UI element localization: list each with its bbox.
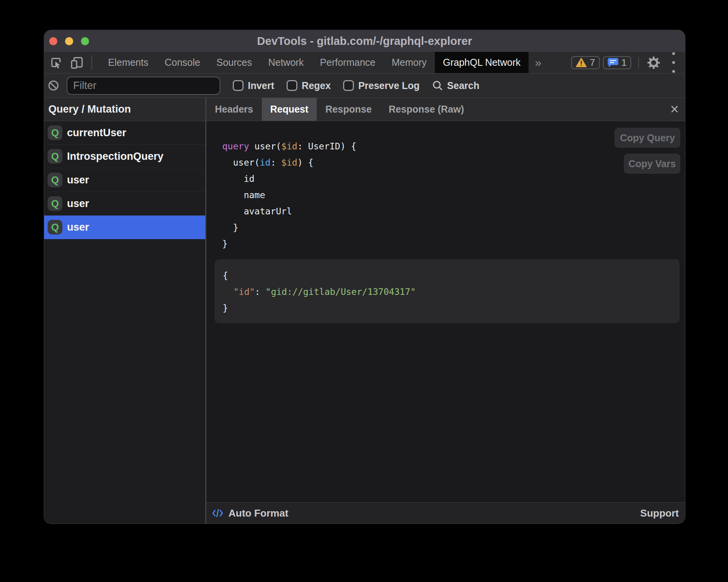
- code-line: }: [222, 236, 356, 252]
- query-name: user: [67, 174, 89, 186]
- checkbox-regex[interactable]: Regex: [287, 80, 331, 91]
- warning-icon: [576, 58, 587, 67]
- query-list-item-user[interactable]: Quser: [44, 216, 205, 239]
- query-list-panel: Query / Mutation QcurrentUserQIntrospect…: [44, 98, 206, 524]
- tab-graphql-network[interactable]: GraphQL Network: [435, 52, 529, 73]
- warnings-badge[interactable]: 7: [571, 56, 599, 69]
- checkbox-preserve-log[interactable]: Preserve Log: [343, 80, 419, 91]
- settings-gear-icon[interactable]: [647, 56, 661, 70]
- request-detail-panel: HeadersRequestResponseResponse (Raw) × q…: [206, 98, 685, 524]
- search-icon: [432, 80, 443, 91]
- warnings-count: 7: [590, 57, 595, 68]
- zoom-window-button[interactable]: [81, 37, 89, 45]
- checkbox-label: Regex: [302, 80, 331, 91]
- window-title: DevTools - gitlab.com/-/graphql-explorer: [257, 35, 472, 48]
- checkbox-label: Invert: [248, 80, 274, 91]
- query-list-item-currentuser[interactable]: QcurrentUser: [44, 121, 205, 145]
- more-tabs-icon[interactable]: »: [535, 56, 541, 69]
- filter-bar: Filter InvertRegexPreserve Log Search: [44, 74, 685, 98]
- more-options-icon[interactable]: [672, 52, 675, 73]
- copy-query-button[interactable]: Copy Query: [615, 128, 680, 148]
- support-link[interactable]: Support: [640, 507, 679, 519]
- code-line: }: [222, 219, 356, 236]
- checkbox-label: Preserve Log: [358, 80, 419, 91]
- code-line: {: [223, 267, 680, 284]
- code-line: query user($id: UserID) {: [222, 138, 356, 154]
- query-type-badge: Q: [48, 196, 62, 211]
- code-line: id: [222, 171, 356, 187]
- device-toolbar-icon[interactable]: [70, 56, 84, 69]
- query-list-item-user[interactable]: Quser: [44, 168, 205, 192]
- tab-network[interactable]: Network: [260, 52, 312, 73]
- query-name: user: [67, 198, 89, 210]
- query-type-badge: Q: [48, 149, 62, 164]
- main-tabs: ElementsConsoleSourcesNetworkPerformance…: [100, 52, 529, 73]
- code-line: avatarUrl: [222, 203, 356, 219]
- copy-vars-button[interactable]: Copy Vars: [624, 154, 680, 174]
- detail-footer: Auto Format Support: [206, 502, 685, 524]
- toolbar-separator: [638, 57, 639, 68]
- message-icon: [608, 58, 618, 68]
- checkbox-box[interactable]: [287, 80, 297, 91]
- search-toggle[interactable]: Search: [432, 80, 479, 91]
- messages-count: 1: [622, 57, 627, 68]
- code-line: user(id: $id) {: [222, 154, 356, 171]
- checkbox-box[interactable]: [343, 80, 354, 91]
- traffic-lights: [49, 30, 89, 52]
- query-type-badge: Q: [48, 173, 62, 187]
- code-line: name: [222, 187, 356, 203]
- filter-placeholder: Filter: [73, 80, 96, 92]
- code-line: }: [223, 300, 680, 316]
- query-name: currentUser: [67, 127, 126, 139]
- query-list-item-introspectionquery[interactable]: QIntrospectionQuery: [44, 145, 205, 168]
- tab-memory[interactable]: Memory: [383, 52, 434, 73]
- tab-sources[interactable]: Sources: [208, 52, 260, 73]
- toolbar-separator: [91, 55, 92, 70]
- close-panel-button[interactable]: ×: [670, 98, 679, 121]
- query-type-badge: Q: [48, 125, 62, 140]
- checkbox-invert[interactable]: Invert: [233, 80, 274, 91]
- auto-format-icon: [212, 508, 223, 518]
- main-tab-bar: ElementsConsoleSourcesNetworkPerformance…: [44, 52, 685, 74]
- auto-format-label[interactable]: Auto Format: [228, 507, 288, 519]
- detail-tab-bar: HeadersRequestResponseResponse (Raw) ×: [206, 98, 685, 121]
- query-type-badge: Q: [48, 220, 62, 235]
- messages-badge[interactable]: 1: [603, 56, 631, 69]
- query-list-item-user[interactable]: Quser: [44, 192, 205, 216]
- code-line: "id": "gid://gitlab/User/13704317": [223, 284, 680, 300]
- detail-tab-headers[interactable]: Headers: [206, 98, 262, 121]
- detail-tab-response[interactable]: Response: [317, 98, 380, 121]
- checkbox-box[interactable]: [233, 80, 244, 91]
- minimize-window-button[interactable]: [65, 37, 73, 45]
- devtools-window: DevTools - gitlab.com/-/graphql-explorer…: [44, 30, 685, 524]
- toolbar-right: 7 1: [571, 52, 685, 73]
- graphql-query-code[interactable]: query user($id: UserID) { user(id: $id) …: [222, 138, 356, 252]
- inspect-element-icon[interactable]: [50, 57, 62, 68]
- query-name: IntrospectionQuery: [67, 151, 163, 163]
- search-label: Search: [447, 80, 479, 91]
- tab-elements[interactable]: Elements: [100, 52, 156, 73]
- query-list-header: Query / Mutation: [44, 98, 205, 121]
- tab-console[interactable]: Console: [156, 52, 208, 73]
- request-tab-content: query user($id: UserID) { user(id: $id) …: [206, 121, 685, 502]
- query-variables-box[interactable]: { "id": "gid://gitlab/User/13704317"}: [215, 259, 680, 323]
- block-filter-icon[interactable]: [48, 80, 59, 91]
- detail-tab-response-raw[interactable]: Response (Raw): [380, 98, 472, 121]
- query-name: user: [67, 221, 89, 233]
- detail-tab-request[interactable]: Request: [262, 98, 317, 121]
- title-bar[interactable]: DevTools - gitlab.com/-/graphql-explorer: [44, 30, 685, 52]
- tab-performance[interactable]: Performance: [312, 52, 383, 73]
- close-window-button[interactable]: [49, 37, 57, 45]
- filter-input[interactable]: Filter: [67, 77, 220, 95]
